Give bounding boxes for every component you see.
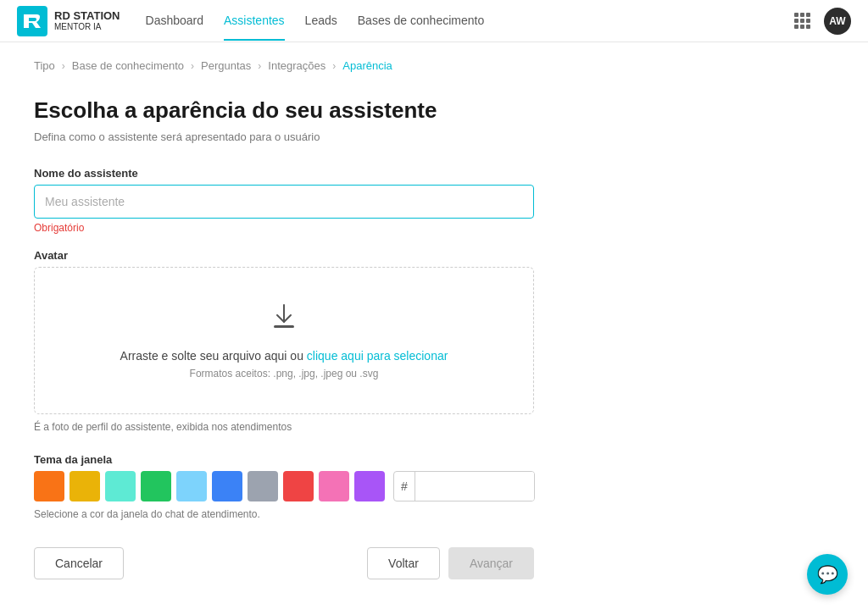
color-swatch-blue[interactable] (212, 471, 242, 501)
color-swatch-purple[interactable] (354, 471, 385, 501)
nav-dashboard[interactable]: Dashboard (146, 2, 204, 41)
color-swatch-teal[interactable] (105, 471, 136, 501)
header-right: AW (794, 8, 851, 35)
main-content: Escolha a aparência do seu assistente De… (0, 80, 729, 613)
upload-link[interactable]: clique aqui para selecionar (307, 349, 448, 363)
avatar-section: Avatar Arraste e solte seu arquivo aqui … (34, 249, 695, 433)
color-swatch-gray[interactable] (248, 471, 278, 501)
assistant-name-input[interactable] (34, 185, 534, 219)
breadcrumb-aparencia[interactable]: Aparência (342, 59, 392, 72)
page-title: Escolha a aparência do seu assistente (34, 97, 695, 124)
chat-bubble-icon: 💬 (817, 564, 838, 585)
theme-section: Tema da janela # Selecione a cor da jane… (34, 453, 695, 520)
chat-bubble[interactable]: 💬 (807, 554, 848, 595)
nav-assistentes[interactable]: Assistentes (224, 2, 285, 41)
color-swatch-orange[interactable] (34, 471, 64, 501)
breadcrumb-integracoes[interactable]: Integrações (268, 59, 326, 72)
upload-formats: Formatos aceitos: .png, .jpg, .jpeg ou .… (52, 368, 516, 380)
footer-buttons: Cancelar Voltar Avançar (34, 547, 534, 579)
theme-label: Tema da janela (34, 453, 695, 466)
user-avatar[interactable]: AW (824, 8, 851, 35)
color-swatch-pink[interactable] (319, 471, 349, 501)
main-nav: Dashboard Assistentes Leads Bases de con… (146, 2, 794, 41)
color-swatch-red[interactable] (283, 471, 314, 501)
required-message: Obrigatório (34, 222, 695, 234)
upload-text: Arraste e solte seu arquivo aqui ou cliq… (52, 349, 516, 363)
apps-icon[interactable] (794, 13, 810, 29)
color-custom-input: # (393, 471, 535, 501)
page-subtitle: Defina como o assistente será apresentad… (34, 130, 695, 143)
upload-icon (52, 302, 516, 339)
color-swatch-green[interactable] (141, 471, 171, 501)
svg-rect-1 (274, 325, 294, 328)
breadcrumb: Tipo › Base de conhecimento › Perguntas … (0, 42, 868, 80)
header: RD STATION MENTOR IA Dashboard Assistent… (0, 0, 868, 42)
color-swatch-yellow[interactable] (70, 471, 100, 501)
cancel-button[interactable]: Cancelar (34, 547, 124, 579)
breadcrumb-sep-1: › (62, 60, 65, 72)
name-field-group: Nome do assistente Obrigatório (34, 167, 695, 234)
color-hash: # (394, 472, 415, 501)
next-button: Avançar (448, 547, 534, 579)
breadcrumb-sep-2: › (191, 60, 194, 72)
btn-right-group: Voltar Avançar (367, 547, 534, 579)
logo: RD STATION MENTOR IA (17, 6, 120, 36)
breadcrumb-sep-4: › (332, 60, 336, 72)
nav-bases[interactable]: Bases de conhecimento (358, 2, 484, 41)
breadcrumb-tipo[interactable]: Tipo (34, 59, 55, 72)
breadcrumb-sep-3: › (258, 60, 261, 72)
breadcrumb-base[interactable]: Base de conhecimento (72, 59, 184, 72)
nav-leads[interactable]: Leads (305, 2, 337, 41)
avatar-label: Avatar (34, 249, 695, 262)
avatar-hint: É a foto de perfil do assistente, exibid… (34, 421, 695, 433)
color-hex-input[interactable] (415, 472, 534, 501)
avatar-upload-area[interactable]: Arraste e solte seu arquivo aqui ou cliq… (34, 267, 534, 414)
name-label: Nome do assistente (34, 167, 695, 180)
logo-icon (17, 6, 47, 36)
back-button[interactable]: Voltar (367, 547, 440, 579)
color-row: # (34, 471, 695, 501)
color-swatch-sky[interactable] (176, 471, 207, 501)
theme-hint: Selecione a cor da janela do chat de ate… (34, 508, 695, 520)
breadcrumb-perguntas[interactable]: Perguntas (201, 59, 251, 72)
logo-text: RD STATION MENTOR IA (54, 10, 120, 31)
